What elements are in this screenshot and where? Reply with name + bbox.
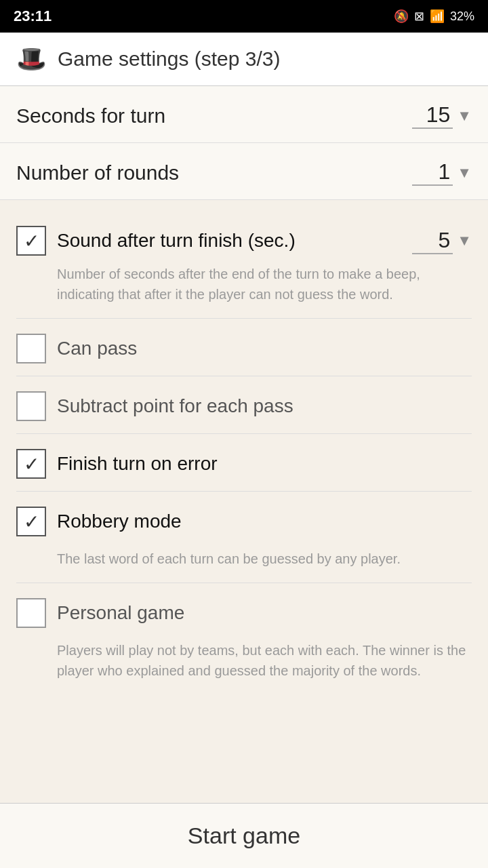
can-pass-checkbox[interactable] (16, 334, 46, 363)
robbery-mode-label: Robbery mode (57, 511, 182, 532)
sound-after-turn-label: Sound after turn finish (sec.) (57, 230, 401, 252)
number-of-rounds-value: 1 (412, 159, 453, 186)
sim-icon: ⊠ (414, 9, 424, 24)
seconds-for-turn-label: Seconds for turn (16, 104, 165, 127)
robbery-mode-description: The last word of each turn can be guesse… (16, 546, 472, 580)
robbery-mode-checkbox[interactable]: ✓ (16, 507, 46, 536)
seconds-for-turn-value-container[interactable]: 15 ▼ (412, 102, 472, 129)
finish-turn-on-error-row[interactable]: ✓ Finish turn on error (16, 437, 472, 488)
notification-icon: 🔕 (394, 9, 409, 24)
number-of-rounds-value-container[interactable]: 1 ▼ (412, 159, 472, 186)
seconds-for-turn-row[interactable]: Seconds for turn 15 ▼ (0, 86, 488, 143)
finish-turn-on-error-label: Finish turn on error (57, 453, 218, 475)
wifi-icon: 📶 (430, 9, 445, 24)
start-game-button[interactable]: Start game (16, 823, 472, 849)
sound-after-turn-arrow: ▼ (457, 232, 472, 250)
settings-content: Seconds for turn 15 ▼ Number of rounds 1… (0, 86, 488, 803)
status-icons: 🔕 ⊠ 📶 32% (394, 9, 474, 24)
number-of-rounds-arrow: ▼ (457, 164, 472, 182)
sound-after-turn-value-container[interactable]: 5 ▼ (412, 228, 472, 254)
checkbox-section: ✓ Sound after turn finish (sec.) 5 ▼ Num… (0, 200, 488, 692)
subtract-point-row[interactable]: Subtract point for each pass (16, 379, 472, 431)
sound-after-turn-value: 5 (412, 228, 453, 254)
number-of-rounds-row[interactable]: Number of rounds 1 ▼ (0, 143, 488, 200)
personal-game-label: Personal game (57, 602, 184, 624)
status-bar: 23:11 🔕 ⊠ 📶 32% (0, 0, 488, 33)
seconds-for-turn-value: 15 (412, 102, 453, 129)
can-pass-row[interactable]: Can pass (16, 321, 472, 373)
page-title: Game settings (step 3/3) (58, 47, 280, 71)
personal-game-description: Players will play not by teams, but each… (16, 637, 472, 692)
seconds-for-turn-arrow: ▼ (457, 107, 472, 125)
personal-game-checkbox[interactable] (16, 598, 46, 628)
page-header: 🎩 Game settings (step 3/3) (0, 33, 488, 86)
status-time: 23:11 (14, 7, 52, 25)
divider-4 (16, 491, 472, 492)
robbery-mode-row[interactable]: ✓ Robbery mode (16, 494, 472, 546)
sound-after-turn-description: Number of seconds after the end of the t… (16, 261, 472, 315)
sound-after-turn-checkmark: ✓ (24, 230, 39, 252)
subtract-point-label: Subtract point for each pass (57, 395, 293, 417)
finish-turn-on-error-checkbox[interactable]: ✓ (16, 449, 46, 479)
subtract-point-checkbox[interactable] (16, 391, 46, 421)
battery-text: 32% (450, 9, 474, 24)
number-of-rounds-label: Number of rounds (16, 161, 179, 184)
divider-2 (16, 376, 472, 376)
finish-turn-on-error-checkmark: ✓ (24, 453, 39, 475)
divider-1 (16, 318, 472, 319)
personal-game-row[interactable]: Personal game (16, 586, 472, 637)
divider-3 (16, 433, 472, 434)
robbery-mode-checkmark: ✓ (24, 511, 39, 533)
divider-5 (16, 583, 472, 583)
sound-after-turn-checkbox[interactable]: ✓ (16, 226, 46, 256)
sound-after-turn-row[interactable]: ✓ Sound after turn finish (sec.) 5 ▼ (16, 214, 472, 261)
hat-icon: 🎩 (16, 45, 47, 73)
can-pass-label: Can pass (57, 338, 137, 359)
footer: Start game (0, 803, 488, 868)
